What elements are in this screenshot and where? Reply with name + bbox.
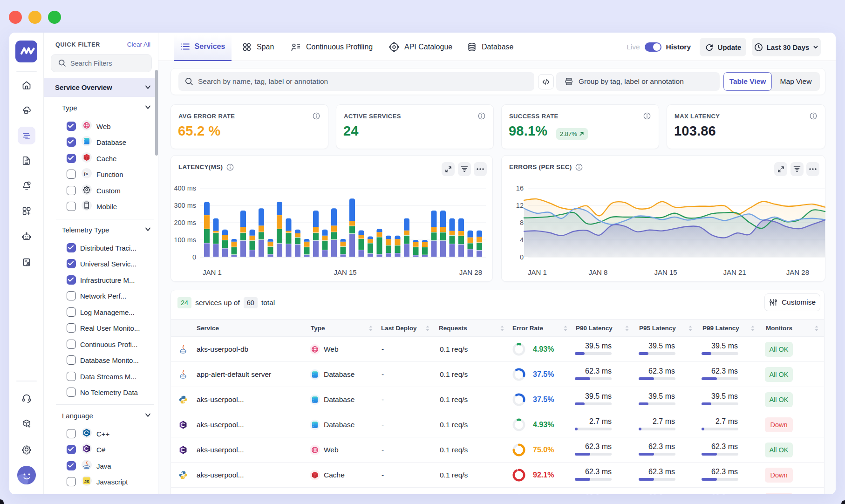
svg-text:JAN 15: JAN 15 <box>654 268 677 276</box>
svg-text:fx: fx <box>84 170 89 176</box>
svg-text:4: 4 <box>520 236 524 244</box>
svg-text:JAN 1: JAN 1 <box>203 268 222 276</box>
svg-text:400 ms: 400 ms <box>174 184 196 192</box>
svg-text:100 ms: 100 ms <box>174 236 196 244</box>
svg-text:JAN 15: JAN 15 <box>334 268 356 276</box>
svg-text:JS: JS <box>84 479 89 484</box>
svg-text:JAN 28: JAN 28 <box>459 268 482 276</box>
svg-text:JAN 28: JAN 28 <box>786 268 809 276</box>
svg-text:12: 12 <box>516 202 524 209</box>
svg-text:300 ms: 300 ms <box>174 202 196 209</box>
svg-text:8: 8 <box>520 219 524 226</box>
svg-text:JAN 1: JAN 1 <box>528 268 547 276</box>
svg-text:0: 0 <box>192 253 196 261</box>
svg-text:0: 0 <box>520 253 524 261</box>
svg-text:200 ms: 200 ms <box>174 219 196 226</box>
svg-text:16: 16 <box>516 184 524 192</box>
svg-text:JAN 8: JAN 8 <box>589 268 608 276</box>
svg-text:JAN 21: JAN 21 <box>723 268 746 276</box>
